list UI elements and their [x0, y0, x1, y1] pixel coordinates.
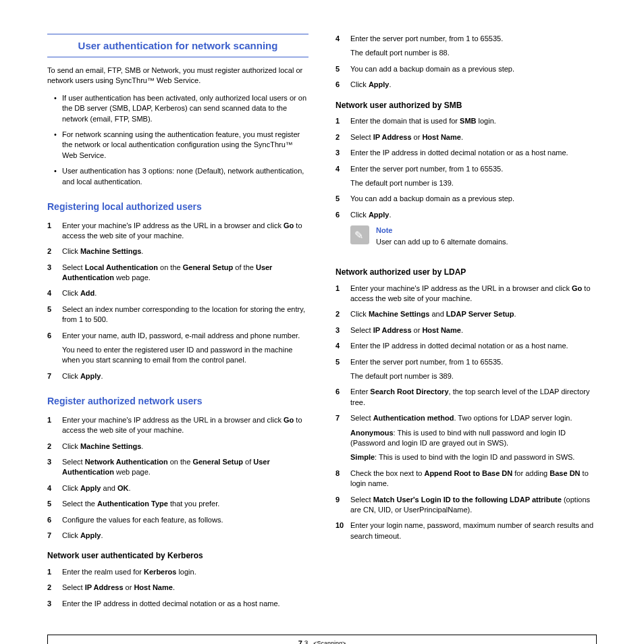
left-column: User authentication for network scanning… [47, 34, 308, 614]
step-item: 3Select IP Address or Host Name. [336, 325, 597, 336]
step-number: 5 [336, 357, 350, 382]
step-number: 5 [336, 194, 350, 204]
step-body: Click Apply. [350, 210, 597, 220]
step-text: Click Apply. [62, 531, 308, 541]
step-text: Configure the values for each feature, a… [62, 515, 308, 525]
step-number: 4 [336, 34, 350, 59]
step-text: Enter your name, auth ID, password, e-ma… [62, 331, 308, 341]
step-item: 3Enter the IP address in dotted decimal … [336, 148, 597, 158]
steps-network: 1Enter your machine's IP address as the … [47, 415, 308, 541]
step-item: 7Select Authentication method. Two optio… [336, 413, 597, 463]
heading-kerberos: Network user authenticated by Kerberos [47, 550, 308, 562]
step-text: Enter the realm used for Kerberos login. [62, 567, 308, 577]
step-item: 9Select Match User's Login ID to the fol… [336, 495, 597, 516]
step-item: 2Click Machine Settings. [47, 441, 308, 452]
step-item: 4Enter the server port number, from 1 to… [336, 164, 597, 189]
step-item: 2Select IP Address or Host Name. [47, 583, 308, 593]
step-item: 8Check the box next to Append Root to Ba… [336, 468, 597, 489]
step-number: 5 [47, 304, 62, 325]
step-text: Select Authentication method. Two option… [350, 413, 597, 423]
step-text: Select IP Address or Host Name. [350, 325, 597, 336]
step-text: Select IP Address or Host Name. [62, 583, 308, 593]
step-text: Click Apply and OK. [62, 483, 308, 493]
note-body: User can add up to 6 alternate domains. [376, 238, 508, 246]
step-text: Enter the IP address in dotted decimal n… [350, 341, 597, 351]
step-text: Enter the server port number, from 1 to … [350, 357, 597, 367]
step-body: Select Authentication method. Two option… [350, 413, 597, 463]
step-body: Click Apply. [62, 371, 308, 381]
step-item: 1Enter your machine's IP address as the … [47, 415, 308, 436]
step-item: 6Click Apply. [336, 80, 597, 90]
note-box: Note User can add up to 6 alternate doma… [350, 225, 597, 248]
step-body: You can add a backup domain as a previou… [350, 64, 597, 74]
bullet-item: For network scanning using the authentic… [54, 130, 308, 161]
step-number: 3 [336, 148, 350, 158]
step-number: 6 [47, 515, 62, 525]
heading-network: Register authorized network users [47, 395, 308, 408]
steps-kerberos-b: 4Enter the server port number, from 1 to… [336, 34, 597, 90]
step-body: Enter the domain that is used for SMB lo… [350, 116, 597, 126]
step-text: Select an index number corresponding to … [62, 304, 308, 325]
step-body: Click Machine Settings. [62, 246, 308, 257]
step-text: Enter your machine's IP address as the U… [350, 284, 597, 304]
step-item: 1Enter your machine's IP address as the … [336, 284, 597, 304]
step-body: Enter your name, auth ID, password, e-ma… [62, 331, 308, 366]
step-text: You need to enter the registered user ID… [62, 345, 308, 366]
step-text: Enter the IP address in dotted decimal n… [350, 148, 597, 158]
step-text: Click Apply. [350, 210, 597, 220]
step-item: 2Click Machine Settings. [47, 246, 308, 257]
step-number: 4 [47, 288, 62, 298]
note-icon [350, 225, 369, 244]
step-item: 5You can add a backup domain as a previo… [336, 194, 597, 204]
step-text: Anonymous: This is used to bind with nul… [350, 428, 597, 449]
step-number: 6 [47, 331, 62, 366]
step-number: 6 [336, 210, 350, 220]
step-body: Enter the IP address in dotted decimal n… [350, 148, 597, 158]
step-body: Select IP Address or Host Name. [62, 583, 308, 593]
step-number: 8 [336, 468, 350, 489]
note-title: Note [376, 225, 508, 236]
step-number: 3 [336, 325, 350, 336]
step-item: 5Enter the server port number, from 1 to… [336, 357, 597, 382]
step-number: 3 [47, 599, 62, 609]
step-item: 6Enter your name, auth ID, password, e-m… [47, 331, 308, 366]
step-body: Enter the realm used for Kerberos login. [62, 567, 308, 577]
step-text: Enter the server port number, from 1 to … [350, 34, 597, 44]
steps-local: 1Enter your machine's IP address as the … [47, 221, 308, 382]
step-text: The default port number is 389. [350, 371, 597, 381]
step-text: Click Apply. [350, 80, 597, 90]
step-item: 2Click Machine Settings and LDAP Server … [336, 309, 597, 319]
step-item: 1Enter your machine's IP address as the … [47, 221, 308, 242]
step-text: Select the Authentication Type that you … [62, 499, 308, 509]
step-body: Select IP Address or Host Name. [350, 132, 597, 142]
step-body: Enter the server port number, from 1 to … [350, 34, 597, 59]
step-item: 6Enter Search Root Directory, the top se… [336, 387, 597, 408]
step-text: You can add a backup domain as a previou… [350, 64, 597, 74]
step-number: 2 [336, 309, 350, 319]
step-text: Enter your login name, password, maximum… [350, 520, 597, 541]
step-body: Enter your machine's IP address as the U… [62, 221, 308, 242]
step-body: Select an index number corresponding to … [62, 304, 308, 325]
step-item: 4Click Add. [47, 288, 308, 298]
step-number: 1 [47, 221, 62, 242]
step-text: Click Machine Settings. [62, 441, 308, 452]
step-number: 2 [336, 132, 350, 142]
section-label: <Scanning> [313, 639, 346, 644]
step-body: Click Machine Settings and LDAP Server S… [350, 309, 597, 319]
step-item: 4Enter the IP address in dotted decimal … [336, 341, 597, 351]
step-text: Enter the server port number, from 1 to … [350, 164, 597, 174]
step-text: Enter Search Root Directory, the top sea… [350, 387, 597, 408]
step-number: 2 [47, 246, 62, 257]
step-text: Select IP Address or Host Name. [350, 132, 597, 142]
step-body: Click Machine Settings. [62, 441, 308, 452]
step-number: 5 [47, 499, 62, 509]
step-body: Enter your machine's IP address as the U… [350, 284, 597, 304]
step-item: 10Enter your login name, password, maxim… [336, 520, 597, 541]
step-number: 1 [47, 567, 62, 577]
step-body: Enter the server port number, from 1 to … [350, 164, 597, 189]
page-footer: 7.3 <Scanning> [47, 635, 597, 644]
step-text: Enter your machine's IP address as the U… [62, 221, 308, 242]
step-item: 6Click Apply. [336, 210, 597, 220]
step-number: 7 [47, 531, 62, 541]
step-body: Select the Authentication Type that you … [62, 499, 308, 509]
